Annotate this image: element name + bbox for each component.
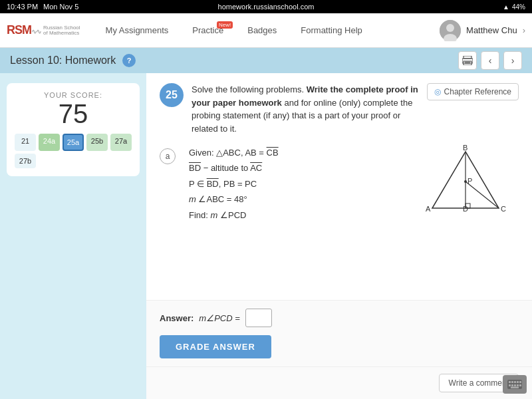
problem-cell-27b[interactable]: 27b — [15, 154, 36, 168]
problem-details: Given: △ABC, AB = CB BD − altitude to AC… — [189, 145, 399, 223]
problem-cell-25b[interactable]: 25b — [86, 134, 108, 151]
problem-cell-25a[interactable]: 25a — [63, 134, 84, 151]
svg-rect-27 — [517, 384, 519, 386]
main-content: YOUR SCORE: 75 21 24a 25a 25b 27a 27b 25… — [0, 73, 532, 399]
status-icons: ▲ 44% — [503, 3, 525, 11]
book-icon: ◎ — [434, 87, 441, 96]
svg-rect-24 — [509, 384, 511, 386]
problem-number: 25 — [160, 83, 184, 107]
avatar — [440, 20, 461, 41]
prev-lesson-button[interactable]: ‹ — [481, 51, 499, 70]
next-lesson-button[interactable]: › — [503, 51, 522, 70]
svg-rect-29 — [511, 387, 519, 389]
svg-rect-7 — [465, 63, 470, 64]
given-line-4: m ∠ABC = 48° — [189, 192, 399, 207]
sidebar: YOUR SCORE: 75 21 24a 25a 25b 27a 27b — [0, 73, 146, 399]
answer-formula: m∠PCD = — [199, 313, 240, 323]
part-label: a — [160, 148, 176, 164]
score-label: YOUR SCORE: — [15, 91, 132, 99]
comment-area: Write a comment — [146, 366, 532, 399]
chapter-reference-button[interactable]: ◎ Chapter Reference — [427, 83, 519, 100]
lesson-header: Lesson 10: Homework ? ‹ › — [0, 48, 532, 73]
status-day: Mon Nov 5 — [43, 3, 78, 11]
tab-badges[interactable]: Badges — [235, 20, 289, 41]
tab-formatting-help[interactable]: Formatting Help — [289, 20, 374, 41]
chevron-right-icon: › — [523, 25, 525, 35]
wifi-icon: ▲ — [503, 3, 509, 11]
nav-bar: RSM∿∿ Russian Schoolof Mathematics My As… — [0, 13, 532, 48]
svg-rect-20 — [511, 381, 513, 383]
score-box: YOUR SCORE: 75 21 24a 25a 25b 27a 27b — [7, 83, 140, 176]
svg-rect-22 — [517, 381, 519, 383]
problem-cell-27a[interactable]: 27a — [110, 134, 132, 151]
svg-point-1 — [446, 24, 454, 32]
problem-area: 25 Solve the following problems. Write t… — [146, 73, 532, 399]
status-bar: 10:43 PM Mon Nov 5 homework.russianschoo… — [0, 0, 532, 13]
problem-body: a Given: △ABC, AB = CB BD − altitude to … — [160, 145, 519, 223]
problem-cell-24a[interactable]: 24a — [39, 134, 60, 151]
user-section: Matthew Chu › — [440, 20, 525, 41]
answer-input[interactable] — [245, 309, 272, 327]
problem-content: 25 Solve the following problems. Write t… — [146, 73, 532, 300]
svg-rect-6 — [465, 62, 470, 63]
keyboard-button[interactable] — [503, 375, 527, 394]
given-line-2: BD − altitude to AC — [189, 160, 399, 176]
answer-row: Answer: m∠PCD = — [160, 309, 519, 327]
tab-my-assignments[interactable]: My Assignments — [94, 20, 181, 41]
info-icon: ? — [122, 54, 136, 67]
nav-tabs: My Assignments New! Practice Badges Form… — [94, 20, 440, 41]
score-value: 75 — [15, 99, 132, 128]
given-line-1: Given: △ABC, AB = CB — [189, 145, 399, 160]
new-badge: New! — [217, 21, 233, 29]
tab-practice[interactable]: New! Practice — [180, 20, 235, 41]
problem-cell-21[interactable]: 21 — [15, 134, 36, 151]
instructions-text: Solve the following problems. — [192, 84, 307, 94]
triangle-svg: B A C D P — [412, 145, 519, 218]
lesson-title: Lesson 10: Homework — [10, 55, 116, 66]
battery-icon: 44% — [512, 3, 525, 11]
svg-text:P: P — [467, 177, 472, 185]
svg-rect-25 — [511, 384, 513, 386]
logo-subtitle: Russian Schoolof Mathematics — [43, 25, 80, 36]
lesson-controls: ‹ › — [458, 51, 522, 70]
chapter-ref-label: Chapter Reference — [444, 87, 511, 96]
print-button[interactable] — [458, 51, 477, 70]
problem-grid: 21 24a 25a 25b 27a 27b — [15, 134, 132, 168]
rsm-logo: RSM∿∿ Russian Schoolof Mathematics — [7, 23, 80, 37]
given-line-5: Find: m ∠PCD — [189, 207, 399, 223]
svg-rect-19 — [509, 381, 511, 383]
username: Matthew Chu — [466, 25, 517, 35]
answer-area: Answer: m∠PCD = GRADE ANSWER — [146, 300, 532, 366]
logo-text: RSM∿∿ — [7, 23, 41, 37]
svg-text:A: A — [426, 205, 431, 213]
svg-rect-28 — [519, 384, 521, 386]
grade-answer-button[interactable]: GRADE ANSWER — [160, 335, 271, 358]
problem-text: Solve the following problems. Write the … — [192, 83, 419, 135]
svg-text:D: D — [463, 205, 468, 213]
diagram-area: B A C D P — [412, 145, 519, 220]
status-time: 10:43 PM — [7, 3, 38, 11]
svg-rect-26 — [514, 384, 516, 386]
svg-rect-23 — [519, 381, 521, 383]
given-line-3: P ∈ BD, PB = PC — [189, 176, 399, 192]
svg-rect-21 — [514, 381, 516, 383]
svg-text:C: C — [501, 205, 506, 213]
status-url: homework.russianschool.com — [218, 3, 315, 11]
answer-label: Answer: — [160, 313, 194, 323]
svg-text:B: B — [463, 145, 467, 152]
